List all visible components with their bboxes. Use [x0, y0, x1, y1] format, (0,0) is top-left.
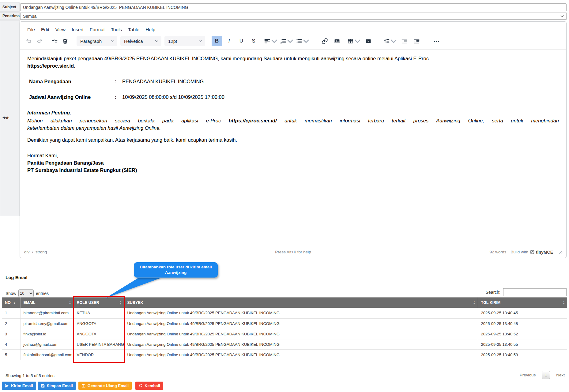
callout-tail	[101, 274, 171, 301]
indent-button[interactable]	[411, 36, 422, 46]
kirim-email-button[interactable]: Kirim Email	[2, 382, 36, 390]
subject-label: Subject	[0, 2, 20, 12]
insert-image-button[interactable]	[332, 36, 342, 46]
link-button[interactable]	[319, 36, 330, 46]
penerima-select[interactable]: Semua	[20, 13, 567, 20]
signature-line: Hormat Kami,	[27, 152, 559, 159]
line-height-button[interactable]	[383, 36, 397, 46]
checklist-button[interactable]	[49, 36, 60, 46]
chevron-down-icon	[303, 38, 309, 44]
tinymce-brand-name: tinyMCE	[536, 250, 553, 255]
show-label: Show	[6, 291, 16, 296]
underline-icon: U	[239, 38, 243, 44]
show-entries-control: Show 10 entries	[6, 289, 49, 297]
intro-link-bold: https://eproc.sier.id	[27, 63, 74, 69]
isi-label: *Isi:	[0, 20, 20, 216]
cell-subyek: Undangan Aanwijzing Online untuk 49/BRG/…	[124, 329, 478, 339]
menu-file[interactable]: File	[24, 25, 38, 34]
build-with-text: Build with	[511, 250, 528, 254]
page-1-button[interactable]: 1	[542, 371, 550, 379]
numbered-list-icon	[280, 38, 286, 44]
paper-plane-icon	[5, 384, 9, 388]
table-row: 5 finkafatihahsari@gmail.com VENDOR Unda…	[2, 349, 567, 360]
statusbar-help-text: Press Alt+0 for help	[20, 250, 566, 254]
word-count[interactable]: 92 words	[489, 250, 506, 254]
delete-button[interactable]	[60, 36, 70, 46]
media-icon	[365, 38, 371, 44]
menu-insert[interactable]: Insert	[69, 25, 87, 34]
page-length-select[interactable]: 10	[18, 289, 34, 297]
menu-view[interactable]: View	[52, 25, 69, 34]
link-icon	[322, 38, 328, 44]
table-row: 4 joshua@gmail.com USER PEMINTA BARANG U…	[2, 339, 567, 349]
indent-icon	[413, 38, 420, 44]
cell-no: 5	[2, 349, 20, 360]
menu-help[interactable]: Help	[142, 25, 158, 34]
sort-asc-icon: ▲	[13, 301, 16, 304]
generate-disk-icon	[81, 384, 86, 388]
italic-button[interactable]: I	[224, 36, 234, 46]
font-family-select[interactable]: Helvetica	[120, 36, 161, 46]
column-header-no[interactable]: NO▲	[2, 297, 20, 308]
info-penting-paragraph: Mohon dilakukan pengecekan secara berkal…	[27, 117, 559, 132]
cell-email: himaone@piramidati.com	[20, 308, 73, 318]
cell-email: piramida.eny@gmail.com	[20, 318, 73, 329]
paragraph-closing: Demikian yang dapat kami sampaikan. Atas…	[27, 136, 559, 144]
previous-page-button[interactable]: Previous	[520, 373, 536, 377]
tinymce-brand-link[interactable]: Build with tinyMCE	[511, 250, 553, 255]
outdent-button[interactable]	[399, 36, 409, 46]
font-size-select[interactable]: 12pt	[164, 36, 205, 46]
cell-role: VENDOR	[73, 349, 124, 360]
cell-no: 1	[2, 308, 20, 318]
undo-button[interactable]	[24, 36, 34, 46]
cell-role: KETUA	[73, 308, 124, 318]
sort-icon: ▲▼	[563, 301, 565, 305]
align-button[interactable]	[264, 36, 278, 46]
next-page-button[interactable]: Next	[556, 373, 565, 377]
trash-icon	[62, 38, 68, 44]
bullet-list-button[interactable]	[296, 36, 310, 46]
subject-input[interactable]	[20, 3, 567, 11]
table-button[interactable]	[347, 36, 361, 46]
column-header-email[interactable]: EMAIL▲▼	[20, 297, 73, 308]
chevron-down-icon	[155, 40, 158, 42]
menu-table[interactable]: Table	[125, 25, 142, 34]
kembali-button[interactable]: Kembali	[135, 382, 163, 390]
menu-format[interactable]: Format	[87, 25, 108, 34]
checklist-icon	[51, 38, 58, 44]
editor-statusbar: div › strong Press Alt+0 for help 92 wor…	[20, 246, 566, 258]
paragraph-style-value: Paragraph	[80, 39, 102, 44]
numbered-list-button[interactable]	[280, 36, 294, 46]
table-search-control: Search:	[486, 288, 567, 296]
signature-line: Panitia Pengadaan Barang/Jasa	[27, 159, 559, 167]
cell-no: 3	[2, 329, 20, 339]
menu-tools[interactable]: Tools	[108, 25, 125, 34]
penerima-selected-value: Semua	[23, 14, 36, 19]
resize-grip-icon[interactable]	[559, 250, 563, 254]
column-header-tgl-kirim[interactable]: TGL KIRIM▲▼	[478, 297, 567, 308]
paragraph-intro: Menindaklanjuti paket pengadaan 49/BRG/2…	[27, 55, 559, 70]
strikethrough-button[interactable]: S	[248, 36, 259, 46]
menu-edit[interactable]: Edit	[38, 25, 52, 34]
simpan-email-button[interactable]: Simpan Email	[38, 382, 76, 390]
chevron-down-icon	[560, 15, 564, 17]
editor-body[interactable]: Menindaklanjuti paket pengadaan 49/BRG/2…	[20, 50, 566, 246]
log-email-table: NO▲ EMAIL▲▼ ROLE USER▲▼ SUBYEK▲▼ TGL KIR…	[2, 297, 567, 360]
bold-button[interactable]: B	[212, 36, 222, 46]
chevron-down-icon	[354, 38, 361, 44]
row-label: Nama Pengadaan	[29, 78, 115, 85]
generate-ulang-email-button[interactable]: Generate Ulang Email	[78, 382, 132, 390]
more-toolbar-button[interactable]: •••	[431, 36, 442, 46]
underline-button[interactable]: U	[236, 36, 247, 46]
tinymce-logo-icon	[530, 250, 534, 254]
search-input[interactable]	[503, 288, 567, 296]
redo-icon	[36, 38, 43, 44]
image-icon	[334, 38, 340, 44]
redo-button[interactable]	[34, 36, 44, 46]
table-pagination: Previous 1 Next	[520, 371, 565, 379]
column-header-subyek[interactable]: SUBYEK▲▼	[124, 297, 478, 308]
search-label: Search:	[486, 290, 500, 295]
paragraph-style-select[interactable]: Paragraph	[77, 36, 117, 46]
cell-role: USER PEMINTA BARANG	[73, 339, 124, 349]
insert-media-button[interactable]	[363, 36, 373, 46]
